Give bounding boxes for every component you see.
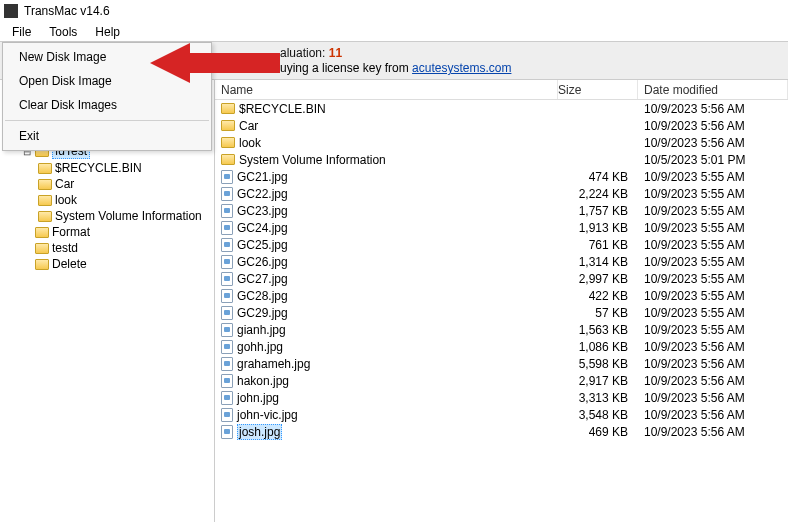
file-icon xyxy=(221,323,233,337)
file-name: GC24.jpg xyxy=(237,221,288,235)
file-icon xyxy=(221,391,233,405)
tree-label: look xyxy=(55,193,77,207)
folder-icon xyxy=(38,211,52,222)
file-size: 3,313 KB xyxy=(558,391,638,405)
file-name: grahameh.jpg xyxy=(237,357,310,371)
buy-text: uying a license key from xyxy=(280,61,412,75)
tree-label: testd xyxy=(52,241,78,255)
file-date: 10/9/2023 5:55 AM xyxy=(638,221,788,235)
list-row[interactable]: GC29.jpg57 KB10/9/2023 5:55 AM xyxy=(215,304,788,321)
file-date: 10/9/2023 5:55 AM xyxy=(638,289,788,303)
list-row[interactable]: GC25.jpg761 KB10/9/2023 5:55 AM xyxy=(215,236,788,253)
file-icon xyxy=(221,170,233,184)
file-date: 10/9/2023 5:56 AM xyxy=(638,136,788,150)
menu-help[interactable]: Help xyxy=(87,23,128,41)
folder-icon xyxy=(221,137,235,148)
folder-icon xyxy=(38,179,52,190)
list-body[interactable]: $RECYCLE.BIN10/9/2023 5:56 AMCar10/9/202… xyxy=(215,100,788,522)
file-date: 10/9/2023 5:55 AM xyxy=(638,187,788,201)
list-row[interactable]: john-vic.jpg3,548 KB10/9/2023 5:56 AM xyxy=(215,406,788,423)
file-date: 10/9/2023 5:55 AM xyxy=(638,306,788,320)
list-row[interactable]: gianh.jpg1,563 KB10/9/2023 5:55 AM xyxy=(215,321,788,338)
tree-item[interactable]: $RECYCLE.BIN xyxy=(4,160,214,176)
file-name: GC21.jpg xyxy=(237,170,288,184)
menubar: File Tools Help xyxy=(0,22,788,42)
list-row[interactable]: john.jpg3,313 KB10/9/2023 5:56 AM xyxy=(215,389,788,406)
file-name: GC29.jpg xyxy=(237,306,288,320)
file-name: GC22.jpg xyxy=(237,187,288,201)
file-icon xyxy=(221,204,233,218)
file-new-disk-image[interactable]: New Disk Image xyxy=(3,45,211,69)
file-date: 10/9/2023 5:55 AM xyxy=(638,272,788,286)
file-name: look xyxy=(239,136,261,150)
list-row[interactable]: gohh.jpg1,086 KB10/9/2023 5:56 AM xyxy=(215,338,788,355)
list-row[interactable]: Car10/9/2023 5:56 AM xyxy=(215,117,788,134)
file-date: 10/9/2023 5:56 AM xyxy=(638,391,788,405)
file-icon xyxy=(221,425,233,439)
file-size: 1,563 KB xyxy=(558,323,638,337)
tree-item[interactable]: Delete xyxy=(4,256,214,272)
file-icon xyxy=(221,374,233,388)
list-row[interactable]: look10/9/2023 5:56 AM xyxy=(215,134,788,151)
file-size: 1,757 KB xyxy=(558,204,638,218)
tree-item[interactable]: Format xyxy=(4,224,214,240)
tree-item[interactable]: testd xyxy=(4,240,214,256)
file-open-disk-image[interactable]: Open Disk Image xyxy=(3,69,211,93)
file-date: 10/9/2023 5:56 AM xyxy=(638,340,788,354)
file-size: 422 KB xyxy=(558,289,638,303)
evaluation-label: aluation: xyxy=(280,46,325,60)
tree-label: Delete xyxy=(52,257,87,271)
tree-item[interactable]: System Volume Information xyxy=(4,208,214,224)
menu-separator xyxy=(5,120,209,121)
list-row[interactable]: GC21.jpg474 KB10/9/2023 5:55 AM xyxy=(215,168,788,185)
menu-tools[interactable]: Tools xyxy=(41,23,85,41)
tree-item[interactable]: look xyxy=(4,192,214,208)
menu-file[interactable]: File xyxy=(4,23,39,41)
file-size: 1,314 KB xyxy=(558,255,638,269)
window-title: TransMac v14.6 xyxy=(24,4,110,18)
file-icon xyxy=(221,187,233,201)
buy-link[interactable]: acutesystems.com xyxy=(412,61,511,75)
file-size: 5,598 KB xyxy=(558,357,638,371)
folder-icon xyxy=(35,259,49,270)
file-name: Car xyxy=(239,119,258,133)
app-icon xyxy=(4,4,18,18)
file-name: GC28.jpg xyxy=(237,289,288,303)
header-name[interactable]: Name xyxy=(215,80,558,99)
header-date[interactable]: Date modified xyxy=(638,80,788,99)
list-row[interactable]: grahameh.jpg5,598 KB10/9/2023 5:56 AM xyxy=(215,355,788,372)
file-icon xyxy=(221,357,233,371)
list-row[interactable]: GC27.jpg2,997 KB10/9/2023 5:55 AM xyxy=(215,270,788,287)
file-name: gianh.jpg xyxy=(237,323,286,337)
file-date: 10/9/2023 5:56 AM xyxy=(638,102,788,116)
file-icon xyxy=(221,408,233,422)
file-date: 10/5/2023 5:01 PM xyxy=(638,153,788,167)
list-row[interactable]: System Volume Information10/5/2023 5:01 … xyxy=(215,151,788,168)
list-row[interactable]: $RECYCLE.BIN10/9/2023 5:56 AM xyxy=(215,100,788,117)
file-date: 10/9/2023 5:56 AM xyxy=(638,357,788,371)
tree-item[interactable]: Car xyxy=(4,176,214,192)
folder-icon xyxy=(35,243,49,254)
file-name: $RECYCLE.BIN xyxy=(239,102,326,116)
file-size: 469 KB xyxy=(558,425,638,439)
file-name: GC23.jpg xyxy=(237,204,288,218)
file-size: 761 KB xyxy=(558,238,638,252)
list-row[interactable]: GC28.jpg422 KB10/9/2023 5:55 AM xyxy=(215,287,788,304)
header-size[interactable]: Size xyxy=(558,80,638,99)
file-date: 10/9/2023 5:56 AM xyxy=(638,408,788,422)
list-row[interactable]: GC26.jpg1,314 KB10/9/2023 5:55 AM xyxy=(215,253,788,270)
file-name: GC25.jpg xyxy=(237,238,288,252)
file-size: 1,086 KB xyxy=(558,340,638,354)
list-row[interactable]: GC22.jpg2,224 KB10/9/2023 5:55 AM xyxy=(215,185,788,202)
file-clear-disk-images[interactable]: Clear Disk Images xyxy=(3,93,211,117)
list-row[interactable]: hakon.jpg2,917 KB10/9/2023 5:56 AM xyxy=(215,372,788,389)
file-size: 2,917 KB xyxy=(558,374,638,388)
file-exit[interactable]: Exit xyxy=(3,124,211,148)
list-row[interactable]: josh.jpg469 KB10/9/2023 5:56 AM xyxy=(215,423,788,440)
folder-icon xyxy=(35,227,49,238)
file-icon xyxy=(221,255,233,269)
file-name: GC27.jpg xyxy=(237,272,288,286)
tree-label: Format xyxy=(52,225,90,239)
list-row[interactable]: GC23.jpg1,757 KB10/9/2023 5:55 AM xyxy=(215,202,788,219)
list-row[interactable]: GC24.jpg1,913 KB10/9/2023 5:55 AM xyxy=(215,219,788,236)
